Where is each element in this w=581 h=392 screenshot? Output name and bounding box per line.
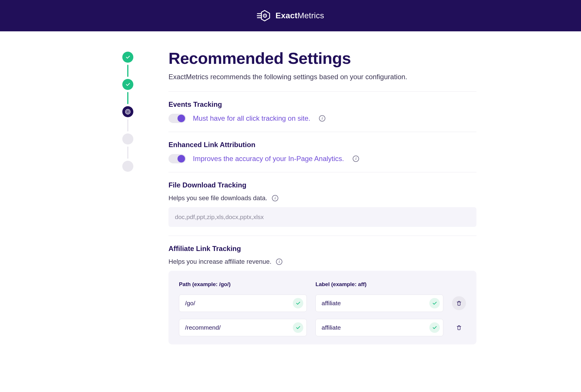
helper-text: Helps you increase affiliate revenue. i — [168, 258, 476, 265]
enhanced-link-toggle[interactable] — [168, 154, 186, 163]
check-icon — [293, 322, 303, 333]
page-title: Recommended Settings — [168, 49, 476, 68]
step-connector — [127, 92, 128, 104]
helper-text: Helps you see file downloads data. i — [168, 194, 476, 202]
delete-row-button[interactable] — [452, 296, 466, 310]
check-icon — [429, 322, 440, 333]
setting-description: Must have for all click tracking on site… — [193, 114, 310, 122]
trash-icon — [456, 300, 462, 306]
svg-point-4 — [128, 111, 128, 112]
section-file-downloads: File Download Tracking Helps you see fil… — [168, 172, 476, 236]
check-icon — [293, 298, 303, 308]
section-title: Affiliate Link Tracking — [168, 245, 476, 253]
affiliate-label-input[interactable] — [315, 295, 443, 312]
section-title: Enhanced Link Attribution — [168, 141, 476, 149]
brand-logo: ExactMetrics — [257, 10, 324, 22]
setting-description: Improves the accuracy of your In-Page An… — [193, 155, 344, 163]
info-icon[interactable]: i — [276, 259, 282, 265]
info-icon[interactable]: i — [272, 195, 278, 201]
step-4-future[interactable] — [122, 133, 133, 144]
svg-point-1 — [265, 15, 266, 16]
section-title: Events Tracking — [168, 100, 476, 109]
check-icon — [429, 298, 440, 308]
step-3-current[interactable] — [122, 106, 133, 117]
affiliate-path-header: Path (example: /go/) — [179, 281, 307, 288]
brand-name: ExactMetrics — [275, 11, 324, 20]
section-affiliate: Affiliate Link Tracking Helps you increa… — [168, 236, 476, 353]
info-icon[interactable]: i — [319, 115, 325, 122]
setting-row: Must have for all click tracking on site… — [168, 114, 476, 123]
affiliate-path-input[interactable] — [179, 295, 307, 312]
trash-icon — [456, 325, 462, 330]
wizard-stepper — [87, 49, 168, 353]
affiliate-row — [179, 295, 466, 312]
step-2-complete[interactable] — [122, 79, 133, 90]
step-connector — [127, 147, 128, 159]
step-5-future[interactable] — [122, 161, 133, 172]
file-extensions-input[interactable] — [168, 207, 476, 227]
section-events-tracking: Events Tracking Must have for all click … — [168, 92, 476, 132]
delete-row-button[interactable] — [452, 321, 466, 335]
step-connector — [127, 65, 128, 77]
affiliate-row — [179, 319, 466, 336]
main-content: Recommended Settings ExactMetrics recomm… — [168, 49, 494, 353]
affiliate-panel: Path (example: /go/) Label (example: aff… — [168, 271, 476, 344]
page-subtitle: ExactMetrics recommends the following se… — [168, 73, 476, 81]
brand-logo-icon — [257, 10, 271, 22]
section-enhanced-link: Enhanced Link Attribution Improves the a… — [168, 132, 476, 172]
affiliate-path-input[interactable] — [179, 319, 307, 336]
affiliate-label-header: Label (example: aff) — [315, 281, 443, 288]
affiliate-label-input[interactable] — [315, 319, 443, 336]
section-title: File Download Tracking — [168, 181, 476, 189]
step-1-complete[interactable] — [122, 52, 133, 63]
setting-row: Improves the accuracy of your In-Page An… — [168, 154, 476, 163]
events-tracking-toggle[interactable] — [168, 114, 186, 123]
step-connector — [127, 119, 128, 131]
info-icon[interactable]: i — [353, 156, 359, 162]
top-bar: ExactMetrics — [0, 0, 581, 31]
